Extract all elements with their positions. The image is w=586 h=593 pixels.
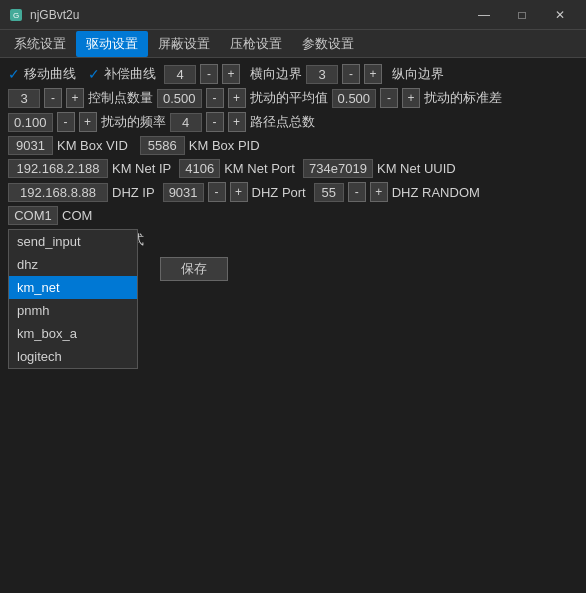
checkmark-2: ✓ [88,66,100,82]
menu-item-压枪设置[interactable]: 压枪设置 [220,31,292,57]
svg-text:G: G [13,11,19,20]
km-box-pid-label: KM Box PID [189,138,260,153]
hb-plus[interactable]: + [364,64,382,84]
vertical-border-label: 纵向边界 [392,65,444,83]
km-net-uuid-label: KM Net UUID [377,161,456,176]
row-5: 192.168.2.188 KM Net IP 4106 KM Net Port… [8,159,578,178]
row-4: 9031 KM Box VID 5586 KM Box PID [8,136,578,155]
dhz-port-minus[interactable]: - [208,182,226,202]
dropdown-option-km_net[interactable]: km_net [9,276,137,299]
dhz-port-plus[interactable]: + [230,182,248,202]
v3-minus[interactable]: - [44,88,62,108]
main-content: ✓ 移动曲线 ✓ 补偿曲线 4 - + 横向边界 3 - + 纵向边界 3 - … [0,58,586,291]
close-button[interactable]: ✕ [542,1,578,29]
path-total-label: 路径点总数 [250,113,315,131]
menu-item-系统设置[interactable]: 系统设置 [4,31,76,57]
disturbance-freq-label: 扰动的频率 [101,113,166,131]
dropdown-option-dhz[interactable]: dhz [9,253,137,276]
save-area: 保存 [152,229,228,281]
control-val: 0.500 [157,89,202,108]
km-net-port-label: KM Net Port [224,161,295,176]
dhz-ip-label: DHZ IP [112,185,155,200]
dropdown-option-send_input[interactable]: send_input [9,230,137,253]
checkmark-1: ✓ [8,66,20,82]
control-points-label: 控制点数量 [88,89,153,107]
row-1: ✓ 移动曲线 ✓ 补偿曲线 4 - + 横向边界 3 - + 纵向边界 [8,64,578,84]
window-title: njGBvt2u [30,8,466,22]
dropdown-option-pnmh[interactable]: pnmh [9,299,137,322]
move-curve-check: ✓ 移动曲线 [8,65,76,83]
compensate-val: 4 [164,65,196,84]
freq-minus[interactable]: - [57,112,75,132]
row-6: 192.168.8.88 DHZ IP 9031 - + DHZ Port 55… [8,182,578,202]
freq-plus[interactable]: + [79,112,97,132]
disturbance-avg-val: 0.500 [332,89,377,108]
disturbance-avg-label: 扰动的平均值 [250,89,328,107]
km-net-port-val: 4106 [179,159,220,178]
disturbance-std-label: 扰动的标准差 [424,89,502,107]
da-plus[interactable]: + [402,88,420,108]
compensate-plus[interactable]: + [222,64,240,84]
window-controls: — □ ✕ [466,1,578,29]
km-vid-val: 9031 [8,136,53,155]
compensate-curve-check: ✓ 补偿曲线 [88,65,156,83]
dhz-port-label: DHZ Port [252,185,306,200]
menu-item-屏蔽设置[interactable]: 屏蔽设置 [148,31,220,57]
dropdown-option-logitech[interactable]: logitech [9,345,137,368]
row-3: 0.100 - + 扰动的频率 4 - + 路径点总数 [8,112,578,132]
km-net-ip-val: 192.168.2.188 [8,159,108,178]
menu-item-参数设置[interactable]: 参数设置 [292,31,364,57]
val-4: 4 [170,113,202,132]
compensate-minus[interactable]: - [200,64,218,84]
km-pid-val: 5586 [140,136,185,155]
dhz-random-minus[interactable]: - [348,182,366,202]
da-minus[interactable]: - [380,88,398,108]
path-plus[interactable]: + [228,112,246,132]
app-icon: G [8,7,24,23]
menu-item-驱动设置[interactable]: 驱动设置 [76,31,148,57]
move-curve-label: 移动曲线 [24,65,76,83]
dropdown-area: km_net ▼ 移动模式 send_inputdhzkm_netpnmhkm_… [8,229,578,281]
dhz-random-val: 55 [314,183,344,202]
title-bar: G njGBvt2u — □ ✕ [0,0,586,30]
maximize-button[interactable]: □ [504,1,540,29]
dhz-random-plus[interactable]: + [370,182,388,202]
hb-minus[interactable]: - [342,64,360,84]
horizontal-border-label: 横向边界 [250,65,302,83]
km-net-uuid-val: 734e7019 [303,159,373,178]
cv-plus[interactable]: + [228,88,246,108]
horizontal-border-val: 3 [306,65,338,84]
val-0100: 0.100 [8,113,53,132]
dropdown-list: send_inputdhzkm_netpnmhkm_box_alogitech [8,229,138,369]
dropdown-option-km_box_a[interactable]: km_box_a [9,322,137,345]
cv-minus[interactable]: - [206,88,224,108]
row-2: 3 - + 控制点数量 0.500 - + 扰动的平均值 0.500 - + 扰… [8,88,578,108]
km-net-ip-label: KM Net IP [112,161,171,176]
menu-bar: 系统设置驱动设置屏蔽设置压枪设置参数设置 [0,30,586,58]
v3-plus[interactable]: + [66,88,84,108]
dhz-random-label: DHZ RANDOM [392,185,480,200]
dhz-ip-val: 192.168.8.88 [8,183,108,202]
val-3: 3 [8,89,40,108]
com-row: COM1 COM [8,206,578,225]
save-button[interactable]: 保存 [160,257,228,281]
minimize-button[interactable]: — [466,1,502,29]
dhz-port-val-left: 9031 [163,183,204,202]
km-box-vid-label: KM Box VID [57,138,128,153]
com-label: COM [62,208,92,223]
compensate-curve-label: 补偿曲线 [104,65,156,83]
path-minus[interactable]: - [206,112,224,132]
com1-val: COM1 [8,206,58,225]
